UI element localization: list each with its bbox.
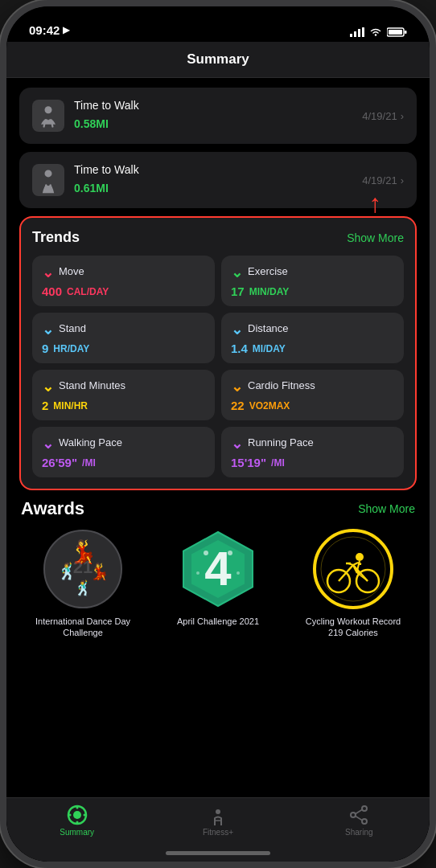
- awards-grid: 💃 🕺 💃 🕺 21 International Dance Day Chall…: [19, 529, 417, 639]
- move-value: 400CAL/DAY: [42, 285, 205, 298]
- walk-date-2: 4/19/21 ›: [362, 174, 404, 186]
- trends-title: Trends: [32, 229, 80, 246]
- running-pace-arrow-icon: ⌄: [231, 435, 243, 452]
- svg-point-42: [76, 807, 78, 809]
- trend-walking-pace[interactable]: ⌄ Walking Pace 26'59"/MI: [32, 427, 215, 477]
- exercise-label: Exercise: [248, 265, 288, 277]
- summary-tab-icon: [67, 805, 88, 825]
- walking-pace-value: 26'59"/MI: [42, 456, 205, 469]
- award-april[interactable]: 4 April Challenge 2021: [154, 529, 282, 639]
- nav-title: Summary: [187, 51, 249, 67]
- trend-exercise[interactable]: ⌄ Exercise 17MIN/DAY: [221, 256, 404, 306]
- award-dance[interactable]: 💃 🕺 💃 🕺 21 International Dance Day Chall…: [19, 529, 146, 639]
- stand-value: 9HR/DAY: [42, 342, 205, 355]
- notch: [154, 6, 282, 29]
- cycling-badge: [313, 529, 393, 609]
- svg-rect-7: [34, 101, 63, 130]
- april-award-name: April Challenge 2021: [177, 616, 259, 627]
- stand-label: Stand: [59, 322, 86, 334]
- walk-value-2: 0.61MI: [74, 176, 139, 197]
- trend-distance[interactable]: ⌄ Distance 1.4MI/DAY: [221, 313, 404, 363]
- walk-card-1-left: Time to Walk 0.58MI: [32, 99, 139, 133]
- svg-text:🕺: 🕺: [74, 579, 93, 597]
- svg-point-21: [228, 551, 232, 555]
- walk-avatar-1: [32, 100, 64, 132]
- home-indicator: [166, 851, 270, 855]
- distance-value: 1.4MI/DAY: [231, 342, 394, 355]
- svg-text:21: 21: [73, 557, 93, 577]
- walk-card-1[interactable]: Time to Walk 0.58MI 4/19/21 ›: [19, 88, 417, 144]
- walk-card-2[interactable]: Time to Walk 0.61MI 4/19/21 ›: [19, 152, 417, 208]
- cycling-award-name: Cycling Workout Record219 Calories: [306, 616, 401, 639]
- content-area[interactable]: Time to Walk 0.58MI 4/19/21 ›: [6, 78, 430, 797]
- nav-header: Summary: [6, 42, 430, 78]
- walk-label-2: Time to Walk: [74, 163, 139, 176]
- exercise-value: 17MIN/DAY: [231, 285, 394, 298]
- tab-sharing[interactable]: Sharing: [289, 805, 430, 837]
- svg-point-10: [45, 170, 52, 177]
- awards-show-more[interactable]: Show More: [358, 502, 415, 515]
- tab-fitness[interactable]: Fitness+: [147, 805, 288, 837]
- sharing-tab-icon: [348, 805, 369, 825]
- wifi-icon: [369, 27, 382, 37]
- svg-rect-5: [389, 30, 402, 35]
- signal-icon: [350, 27, 364, 37]
- stand-minutes-value: 2MIN/HR: [42, 399, 205, 412]
- svg-point-36: [356, 553, 364, 561]
- status-time: 09:42 ▶: [29, 23, 69, 37]
- trend-stand-minutes[interactable]: ⌄ Stand Minutes 2MIN/HR: [32, 370, 215, 420]
- move-label: Move: [59, 265, 84, 277]
- distance-label: Distance: [248, 322, 289, 334]
- summary-tab-label: Summary: [60, 828, 94, 837]
- awards-header: Awards Show More: [19, 498, 417, 519]
- svg-rect-6: [405, 31, 407, 34]
- walk-info-1: Time to Walk 0.58MI: [74, 99, 139, 133]
- sharing-tab-label: Sharing: [345, 828, 372, 837]
- svg-point-25: [321, 537, 385, 601]
- cardio-label: Cardio Fitness: [248, 379, 315, 391]
- svg-point-23: [237, 571, 240, 575]
- april-badge: 4: [178, 529, 258, 609]
- trends-show-more[interactable]: Show More: [347, 231, 404, 244]
- cardio-arrow-icon: ⌄: [231, 378, 243, 395]
- awards-title: Awards: [21, 498, 84, 519]
- location-icon: ▶: [63, 25, 69, 35]
- svg-point-43: [76, 821, 78, 824]
- red-arrow-indicator: ↑: [369, 190, 382, 216]
- trend-move[interactable]: ⌄ Move 400CAL/DAY: [32, 256, 215, 306]
- walk-avatar-2: [32, 164, 64, 196]
- tab-summary[interactable]: Summary: [6, 805, 147, 837]
- running-pace-value: 15'19"/MI: [231, 456, 394, 469]
- trend-cardio[interactable]: ⌄ Cardio Fitness 22VO2MAX: [221, 370, 404, 420]
- svg-point-20: [204, 551, 208, 555]
- trend-stand[interactable]: ⌄ Stand 9HR/DAY: [32, 313, 215, 363]
- phone-frame: 09:42 ▶: [0, 0, 436, 868]
- fitness-tab-label: Fitness+: [203, 828, 233, 837]
- svg-rect-0: [350, 34, 352, 37]
- running-pace-label: Running Pace: [248, 436, 314, 448]
- phone-screen: 09:42 ▶: [6, 6, 430, 862]
- fitness-tab-icon: [208, 805, 228, 825]
- svg-point-22: [196, 571, 199, 575]
- walk-card-2-left: Time to Walk 0.61MI: [32, 163, 139, 197]
- svg-line-51: [356, 810, 362, 814]
- svg-line-28: [339, 565, 353, 581]
- svg-point-41: [73, 811, 81, 819]
- trends-grid: ⌄ Move 400CAL/DAY ⌄ Exercise: [32, 256, 404, 477]
- battery-icon: [387, 27, 407, 37]
- award-cycling[interactable]: Cycling Workout Record219 Calories: [290, 529, 417, 639]
- svg-point-46: [216, 809, 220, 814]
- dance-award-name: International Dance Day Challenge: [19, 616, 146, 639]
- trend-running-pace[interactable]: ⌄ Running Pace 15'19"/MI: [221, 427, 404, 477]
- svg-rect-1: [354, 31, 356, 37]
- svg-point-44: [68, 814, 71, 817]
- walk-label-1: Time to Walk: [74, 99, 139, 112]
- status-icons: [350, 27, 407, 37]
- svg-rect-3: [362, 27, 364, 37]
- stand-minutes-label: Stand Minutes: [59, 379, 125, 391]
- cardio-value: 22VO2MAX: [231, 399, 394, 412]
- stand-minutes-arrow-icon: ⌄: [42, 378, 54, 395]
- svg-point-50: [362, 819, 367, 824]
- svg-line-32: [353, 563, 358, 565]
- time-display: 09:42: [29, 23, 60, 37]
